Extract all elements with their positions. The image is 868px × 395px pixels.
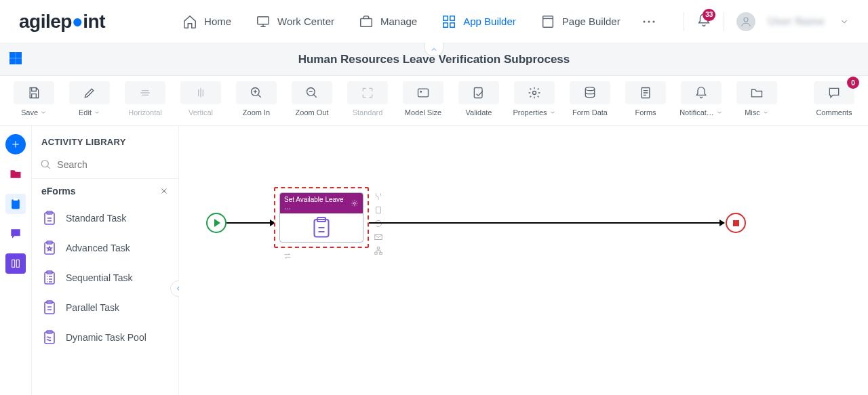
standard-tool[interactable]: Standard [342, 81, 393, 117]
comment-icon [827, 86, 841, 100]
activity-label: Parallel Task [66, 302, 119, 313]
activity-label: Advanced Task [66, 243, 130, 253]
nav-app-builder[interactable]: App Builder [432, 9, 526, 35]
chevron-down-icon [549, 109, 556, 116]
activity-advanced-task[interactable]: Advanced Task [32, 233, 178, 263]
nav-manage[interactable]: Manage [349, 9, 427, 35]
divider [684, 12, 684, 31]
nav-manage-label: Manage [380, 16, 417, 27]
chevron-down-icon [94, 109, 100, 116]
validate-label: Validate [466, 108, 492, 117]
notifications-tool[interactable]: Notificat… [675, 81, 727, 117]
handle-branch-icon[interactable] [373, 191, 384, 202]
svg-rect-44 [375, 252, 378, 254]
plus-icon [10, 139, 21, 150]
svg-rect-6 [542, 16, 553, 27]
collapse-header-button[interactable] [425, 43, 443, 56]
handle-mail-icon[interactable] [373, 232, 384, 243]
chevron-down-icon[interactable] [840, 17, 849, 26]
add-button[interactable] [5, 134, 26, 154]
svg-point-18 [420, 91, 422, 93]
nav-page-builder[interactable]: Page Builder [531, 9, 630, 35]
edit-tool[interactable]: Edit [64, 81, 115, 117]
clipboard-list-icon [41, 270, 58, 286]
zoom-out-tool[interactable]: Zoom Out [286, 81, 338, 117]
user-avatar[interactable] [736, 12, 755, 31]
horizontal-tool[interactable]: Horizontal [119, 81, 171, 117]
category-row[interactable]: eForms [32, 179, 178, 203]
svg-rect-1 [361, 18, 372, 26]
validate-tool[interactable]: Validate [453, 81, 505, 117]
start-node[interactable] [206, 213, 226, 233]
svg-rect-2 [443, 16, 448, 20]
divider [724, 12, 724, 31]
rail-clipboard-button[interactable] [5, 194, 26, 214]
handle-swap-icon[interactable] [282, 251, 293, 262]
edit-label: Edit [79, 108, 92, 117]
end-node[interactable] [726, 213, 746, 233]
rail-columns-button[interactable] [5, 253, 26, 274]
misc-label: Misc [745, 108, 760, 117]
logo-text-2: int [83, 11, 105, 32]
svg-rect-11 [10, 52, 15, 57]
vertical-tool[interactable]: Vertical [175, 81, 226, 117]
forms-tool[interactable]: Forms [620, 81, 671, 117]
pencil-icon [83, 86, 96, 100]
svg-rect-14 [16, 58, 21, 63]
notifications-button[interactable]: 33 [696, 13, 711, 30]
zoom-out-icon [305, 86, 319, 100]
handle-clipboard-icon[interactable] [373, 205, 384, 215]
close-icon[interactable] [159, 186, 169, 196]
activity-sequential-task[interactable]: Sequential Task [32, 263, 178, 293]
svg-point-8 [648, 20, 650, 22]
brand-logo: agilep●int [19, 11, 105, 33]
search-input[interactable] [57, 159, 170, 170]
svg-point-7 [643, 20, 645, 22]
home-icon [182, 14, 197, 29]
model-size-icon [416, 86, 430, 100]
more-icon[interactable] [641, 14, 657, 30]
nav-page-builder-label: Page Builder [562, 16, 620, 27]
nav-home[interactable]: Home [173, 9, 241, 35]
properties-tool[interactable]: Properties [509, 81, 560, 117]
misc-tool[interactable]: Misc [731, 81, 783, 117]
gear-icon [528, 86, 541, 100]
svg-rect-23 [12, 199, 20, 209]
clipboard-parallel-icon [41, 299, 58, 316]
gear-icon[interactable] [351, 199, 359, 207]
rail-chat-button[interactable] [5, 224, 26, 244]
comments-tool[interactable]: 0 Comments [808, 81, 860, 117]
activity-library-panel: ACTIVITY LIBRARY eForms Standard Task Ad… [31, 126, 179, 395]
apps-grid-button[interactable] [8, 51, 23, 68]
activity-node-selected[interactable]: Set Available Leave … [274, 187, 369, 248]
connector[interactable] [226, 222, 275, 224]
vertical-label: Vertical [189, 108, 213, 117]
activity-parallel-task[interactable]: Parallel Task [32, 293, 178, 323]
zoom-in-tool[interactable]: Zoom In [231, 81, 282, 117]
folder-fill-icon [9, 167, 22, 181]
properties-label: Properties [513, 108, 547, 117]
process-canvas[interactable]: Set Available Leave … [179, 126, 868, 395]
chevron-up-icon [430, 45, 438, 54]
zoom-out-label: Zoom Out [296, 108, 329, 117]
zoom-in-label: Zoom In [243, 108, 270, 117]
activity-dynamic-task-pool[interactable]: Dynamic Task Pool [32, 323, 178, 352]
chevron-down-icon [762, 109, 769, 116]
model-size-tool[interactable]: Model Size [397, 81, 449, 117]
form-data-tool[interactable]: Form Data [564, 81, 616, 117]
nav-app-builder-label: App Builder [463, 16, 516, 27]
activity-label: Standard Task [66, 213, 126, 224]
activity-standard-task[interactable]: Standard Task [32, 203, 178, 233]
top-navigation: agilep●int Home Work Center Manage App B… [0, 0, 868, 43]
handle-refresh-icon[interactable] [373, 218, 384, 229]
nav-work-center[interactable]: Work Center [246, 9, 344, 35]
save-icon [27, 86, 41, 100]
connector[interactable] [369, 222, 724, 224]
folder-icon [750, 86, 764, 100]
page-icon [540, 14, 555, 29]
save-tool[interactable]: Save [8, 81, 60, 117]
handle-hierarchy-icon[interactable] [373, 245, 384, 256]
svg-rect-41 [376, 207, 381, 213]
rail-folder-button[interactable] [5, 164, 26, 184]
flow-diagram: Set Available Leave … [206, 153, 841, 262]
